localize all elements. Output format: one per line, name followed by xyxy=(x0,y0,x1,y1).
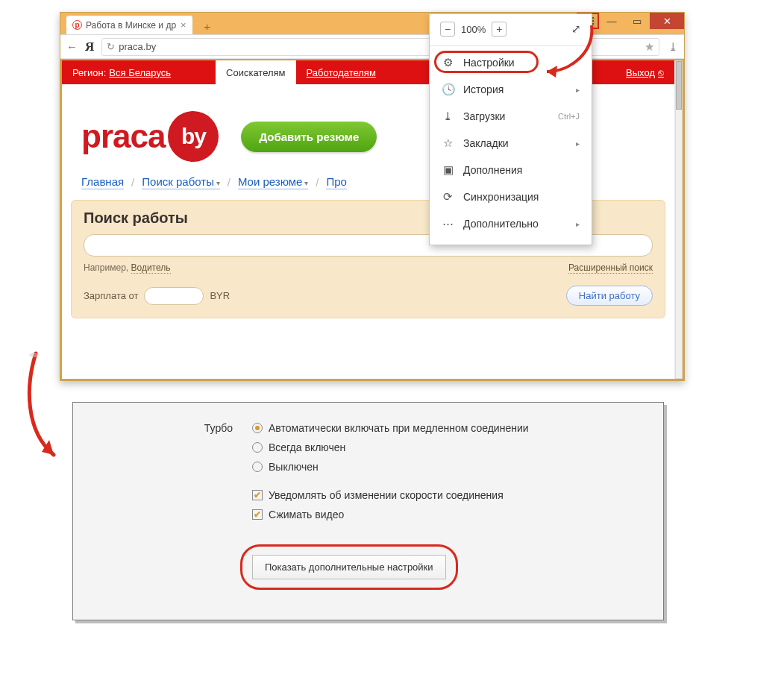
show-more-wrap: Показать дополнительные настройки xyxy=(252,555,446,579)
crumb-truncated[interactable]: Про xyxy=(326,175,346,189)
zoom-row: − 100% + ⤢ xyxy=(430,19,592,44)
checkbox-icon: ✔ xyxy=(252,509,263,520)
radio-icon xyxy=(252,442,263,453)
scroll-thumb[interactable] xyxy=(676,61,682,110)
logo-word: praca xyxy=(81,118,165,155)
window-controls: — ▭ ✕ xyxy=(599,13,684,29)
menu-downloads-label: Загрузки xyxy=(463,110,505,122)
radio-icon xyxy=(252,423,263,433)
tab-close-icon[interactable]: × xyxy=(181,19,186,31)
logout-link[interactable]: Выход⎋ xyxy=(626,67,674,78)
compress-video-checkbox[interactable]: ✔ Сжимать видео xyxy=(252,509,633,520)
menu-addons[interactable]: ▣ Дополнения xyxy=(430,157,592,183)
more-icon: ⋯ xyxy=(442,217,454,230)
turbo-section-label: Турбо xyxy=(103,422,252,579)
menu-downloads-hint: Ctrl+J xyxy=(558,112,580,121)
menu-settings-label: Настройки xyxy=(463,57,515,69)
turbo-on-label: Всегда включен xyxy=(269,441,345,453)
example-link[interactable]: Водитель xyxy=(131,262,171,274)
radio-icon xyxy=(252,462,263,472)
scrollbar[interactable] xyxy=(675,60,683,379)
zoom-in-button[interactable]: + xyxy=(492,22,507,37)
logout-icon: ⎋ xyxy=(658,67,664,78)
svg-point-2 xyxy=(29,353,40,357)
close-window-button[interactable]: ✕ xyxy=(650,13,684,29)
region-value[interactable]: Вся Беларусь xyxy=(109,67,171,78)
back-button[interactable]: ← xyxy=(66,40,78,53)
addons-icon: ▣ xyxy=(442,163,454,177)
notify-speed-label: Уведомлять об изменении скорости соедине… xyxy=(269,489,504,501)
svg-marker-1 xyxy=(42,440,54,455)
menu-history[interactable]: 🕓 История ▸ xyxy=(430,76,592,103)
sliders-icon: ⚙ xyxy=(442,56,454,69)
turbo-off-option[interactable]: Выключен xyxy=(252,461,633,473)
advanced-search-link[interactable]: Расширенный поиск xyxy=(568,262,653,274)
site-logo: praca by xyxy=(81,111,219,162)
minimize-button[interactable]: — xyxy=(599,13,624,29)
clock-icon: 🕓 xyxy=(442,83,454,96)
menu-separator xyxy=(430,45,592,46)
crumb-main[interactable]: Главная xyxy=(81,175,124,189)
sync-icon: ⟳ xyxy=(442,190,454,204)
crumb-search[interactable]: Поиск работы xyxy=(142,175,219,189)
download-icon: ⤓ xyxy=(442,110,454,123)
reload-icon[interactable]: ↻ xyxy=(107,41,115,52)
region-label: Регион: xyxy=(62,67,106,78)
browser-tab[interactable]: p Работа в Минске и др × xyxy=(66,15,193,34)
crumb-resumes[interactable]: Мои резюме xyxy=(238,175,308,189)
nav-employers[interactable]: Работодателям xyxy=(296,60,386,84)
url-text: praca.by xyxy=(119,41,156,52)
browser-main-menu: − 100% + ⤢ ⚙ Настройки 🕓 История ▸ ⤓ Заг… xyxy=(429,13,592,245)
logo-circle: by xyxy=(168,111,219,162)
currency-label: BYR xyxy=(210,290,230,301)
submenu-arrow-icon: ▸ xyxy=(576,220,580,228)
yandex-logo-icon[interactable]: Я xyxy=(85,40,94,54)
show-more-settings-button[interactable]: Показать дополнительные настройки xyxy=(252,555,446,579)
downloads-icon[interactable]: ⤓ xyxy=(668,40,678,54)
settings-panel: Турбо Автоматически включать при медленн… xyxy=(72,402,664,620)
checkbox-icon: ✔ xyxy=(252,490,263,500)
menu-sync-label: Синхронизация xyxy=(463,191,539,203)
menu-more-label: Дополнительно xyxy=(463,218,539,230)
notify-speed-checkbox[interactable]: ✔ Уведомлять об изменении скорости соеди… xyxy=(252,489,633,501)
star-icon: ☆ xyxy=(442,136,454,150)
menu-more[interactable]: ⋯ Дополнительно ▸ xyxy=(430,210,592,237)
salary-input[interactable] xyxy=(144,287,204,305)
menu-addons-label: Дополнения xyxy=(463,164,522,176)
menu-settings[interactable]: ⚙ Настройки xyxy=(430,49,592,76)
menu-bookmarks[interactable]: ☆ Закладки ▸ xyxy=(430,130,592,157)
tab-title: Работа в Минске и др xyxy=(86,20,176,31)
add-resume-button[interactable]: Добавить резюме xyxy=(241,122,377,152)
compress-video-label: Сжимать видео xyxy=(269,509,344,520)
menu-history-label: История xyxy=(463,84,504,95)
new-tab-button[interactable]: + xyxy=(199,18,216,34)
submenu-arrow-icon: ▸ xyxy=(576,86,580,94)
turbo-on-option[interactable]: Всегда включен xyxy=(252,441,633,453)
turbo-auto-label: Автоматически включать при медленном сое… xyxy=(269,422,529,434)
maximize-button[interactable]: ▭ xyxy=(624,13,650,29)
example-label: Например, xyxy=(84,262,128,273)
zoom-out-button[interactable]: − xyxy=(440,22,455,37)
nav-seekers[interactable]: Соискателям xyxy=(216,60,295,84)
turbo-off-label: Выключен xyxy=(269,461,319,473)
salary-label: Зарплата от xyxy=(84,290,138,301)
submenu-arrow-icon: ▸ xyxy=(576,139,580,148)
zoom-percent: 100% xyxy=(461,24,486,35)
menu-downloads[interactable]: ⤓ Загрузки Ctrl+J xyxy=(430,103,592,130)
fullscreen-icon[interactable]: ⤢ xyxy=(571,22,581,36)
favicon-icon: p xyxy=(72,20,82,30)
find-job-button[interactable]: Найти работу xyxy=(566,286,653,306)
menu-bookmarks-label: Закладки xyxy=(463,137,509,149)
menu-sync[interactable]: ⟳ Синхронизация xyxy=(430,183,592,210)
turbo-auto-option[interactable]: Автоматически включать при медленном сое… xyxy=(252,422,633,434)
bookmark-star-icon[interactable]: ★ xyxy=(645,40,654,54)
